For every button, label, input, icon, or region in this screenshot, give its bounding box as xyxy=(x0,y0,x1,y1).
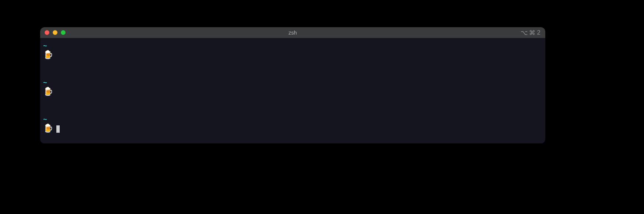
beer-icon: 🍺 xyxy=(43,51,53,60)
prompt-block: ~ 🍺 xyxy=(43,115,542,134)
prompt-line: 🍺 xyxy=(43,51,542,60)
cursor xyxy=(56,125,60,133)
cwd-path: ~ xyxy=(43,115,542,124)
titlebar: zsh ⌥⌘2 xyxy=(40,27,545,38)
close-button[interactable] xyxy=(45,30,49,35)
pane-number: 2 xyxy=(537,29,541,36)
pane-indicator: ⌥⌘2 xyxy=(521,27,541,38)
prompt-line: 🍺 xyxy=(43,124,542,134)
traffic-lights xyxy=(40,30,66,35)
prompt-block: ~ 🍺 xyxy=(43,79,542,97)
option-key-icon: ⌥ xyxy=(521,29,528,37)
terminal-body[interactable]: ~ 🍺 ~ 🍺 ~ 🍺 xyxy=(40,38,545,143)
maximize-button[interactable] xyxy=(61,30,66,35)
minimize-button[interactable] xyxy=(53,30,57,35)
beer-icon: 🍺 xyxy=(43,88,53,97)
beer-icon: 🍺 xyxy=(43,124,53,134)
cwd-path: ~ xyxy=(43,42,542,51)
cwd-path: ~ xyxy=(43,79,542,88)
prompt-line: 🍺 xyxy=(43,88,542,97)
window-title: zsh xyxy=(40,30,545,36)
terminal-window: zsh ⌥⌘2 ~ 🍺 ~ 🍺 ~ 🍺 xyxy=(40,27,545,143)
prompt-block: ~ 🍺 xyxy=(43,42,542,60)
command-key-icon: ⌘ xyxy=(529,29,536,37)
